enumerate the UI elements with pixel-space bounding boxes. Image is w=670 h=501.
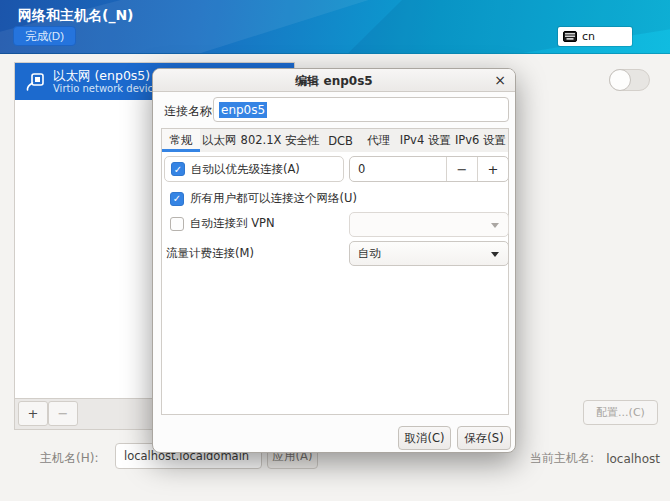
auto-priority-row: ✓ 自动以优先级连接(A) [164,156,344,182]
dialog-title: 编辑 enp0s5 [153,73,515,90]
add-device-button[interactable]: + [18,401,48,426]
spoke-header: 网络和主机名(_N) 完成(D) cn [0,0,670,54]
tab-8021x-security[interactable]: 802.1X 安全性 [239,129,322,152]
vpn-row: 自动连接到 VPN [170,216,275,231]
cancel-button[interactable]: 取消(C) [398,426,451,450]
keyboard-layout-indicator[interactable]: cn [558,27,632,46]
auto-priority-label: 自动以优先级连接(A) [191,162,300,177]
dialog-titlebar[interactable]: 编辑 enp0s5 × [153,69,515,92]
hostname-label: 主机名(H): [40,450,98,467]
dropdown-arrow-icon [491,252,499,257]
auto-priority-checkbox[interactable]: ✓ [171,162,185,176]
current-hostname: 当前主机名: localhost [530,450,660,467]
current-hostname-label: 当前主机名: [530,450,594,467]
settings-tab-bar: 常规 以太网 802.1X 安全性 DCB 代理 IPv4 设置 IPv6 设置 [161,128,509,153]
connection-name-input[interactable]: enp0s5 [213,97,509,122]
done-button[interactable]: 完成(D) [13,26,76,46]
spin-increment-button[interactable]: + [477,157,508,181]
vpn-combobox[interactable] [349,212,509,237]
save-button[interactable]: 保存(S) [457,426,511,450]
configure-button[interactable]: 配置...(C) [583,400,658,425]
checkmark-icon: ✓ [173,193,181,204]
metered-combo-value: 自动 [358,246,381,261]
tab-ethernet[interactable]: 以太网 [200,129,239,152]
metered-combobox[interactable]: 自动 [349,241,509,266]
all-users-label: 所有用户都可以连接这个网络(U) [190,191,357,206]
priority-spinbutton: 0 − + [349,156,509,182]
remove-device-button[interactable]: − [48,401,78,426]
priority-value[interactable]: 0 [350,157,446,181]
toggle-knob [609,69,631,91]
close-icon[interactable]: × [494,71,506,89]
tab-ipv4-settings[interactable]: IPv4 设置 [398,129,453,152]
device-name: 以太网 (enp0s5) [53,68,159,83]
page-title: 网络和主机名(_N) [18,7,134,25]
keyboard-icon [563,31,577,42]
device-row-text: 以太网 (enp0s5) Virtio network device [53,68,159,95]
checkmark-icon: ✓ [174,164,182,175]
network-device-icon [24,71,46,93]
edit-connection-dialog: 编辑 enp0s5 × 连接名称(N) enp0s5 常规 以太网 802.1X… [152,68,516,453]
metered-label: 流量计费连接(M) [166,246,254,261]
device-description: Virtio network device [53,83,159,95]
device-enabled-toggle[interactable] [609,69,650,91]
all-users-checkbox[interactable]: ✓ [170,192,184,206]
tab-ipv6-settings[interactable]: IPv6 设置 [453,129,508,152]
current-hostname-value: localhost [606,452,660,466]
keyboard-layout-code: cn [582,30,595,43]
tab-general[interactable]: 常规 [162,129,200,152]
network-hostname-screen: 网络和主机名(_N) 完成(D) cn 以太网 (enp0s5) Virtio … [0,0,670,501]
vpn-label: 自动连接到 VPN [190,216,275,231]
all-users-row: ✓ 所有用户都可以连接这个网络(U) [170,191,357,206]
spin-decrement-button[interactable]: − [446,157,477,181]
tab-proxy[interactable]: 代理 [360,129,398,152]
connection-name-value: enp0s5 [219,102,267,118]
vpn-checkbox[interactable] [170,217,184,231]
dropdown-arrow-icon [491,223,499,228]
tab-dcb[interactable]: DCB [322,129,360,152]
